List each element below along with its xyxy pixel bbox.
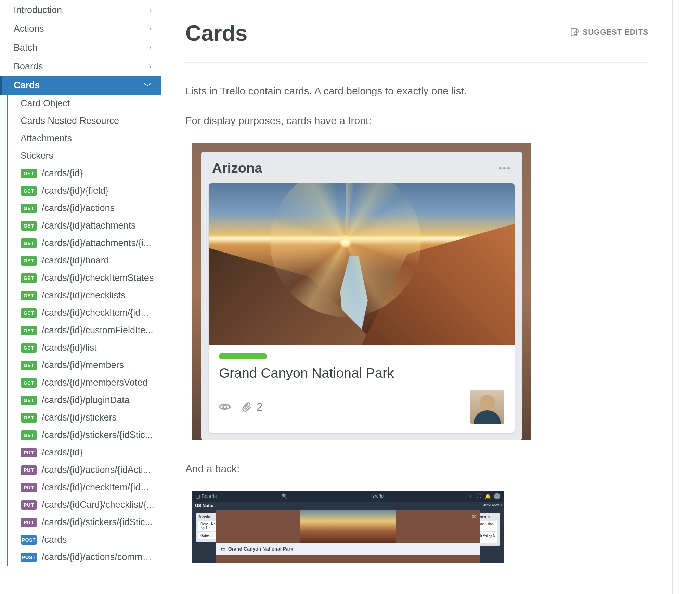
boards-button[interactable]: ▢ Boards <box>196 493 217 499</box>
method-badge-put: PUT <box>21 518 37 527</box>
card-label-green <box>219 353 267 359</box>
api-path: /cards/{id} <box>42 168 83 179</box>
list-title: Arizona <box>212 160 262 176</box>
api-path: /cards/{id}/actions <box>42 203 115 214</box>
api-path: /cards/{id}/customFieldIte... <box>42 325 153 336</box>
card-back-modal: ✕ ▭ Grand Canyon National Park <box>216 510 480 563</box>
sidebar-section-introduction[interactable]: Introduction› <box>0 1 161 20</box>
sidebar-api-item[interactable]: GET/cards/{id}/actions <box>8 199 161 217</box>
method-badge-get: GET <box>21 169 37 178</box>
board-title: US Natio <box>195 503 213 508</box>
sidebar-api-item[interactable]: GET/cards/{id}/attachments/{i... <box>8 234 161 252</box>
page-title: Cards <box>185 21 247 46</box>
main-content: Cards SUGGEST EDITS Lists in Trello cont… <box>161 0 673 594</box>
api-path: /cards/{id} <box>42 447 83 458</box>
chevron-right-icon: › <box>149 43 152 52</box>
card-icon: ▭ <box>221 546 225 552</box>
sidebar-api-item[interactable]: PUT/cards/{id}/stickers/{idStic... <box>8 514 161 531</box>
method-badge-get: GET <box>21 273 37 283</box>
edit-icon <box>570 27 580 37</box>
page-header: Cards SUGGEST EDITS <box>185 21 648 63</box>
sidebar-api-item[interactable]: GET/cards/{id}/checklists <box>8 287 161 304</box>
chevron-right-icon: › <box>149 25 152 34</box>
chevron-down-icon: ﹀ <box>144 80 152 91</box>
close-icon[interactable]: ✕ <box>471 513 477 521</box>
trello-logo: Trello <box>291 493 465 499</box>
sidebar-section-cards[interactable]: Cards﹀ <box>0 76 161 95</box>
api-path: /cards/{id}/stickers/{idStic... <box>42 430 153 440</box>
sidebar-section-label: Introduction <box>14 5 62 15</box>
sidebar-api-item[interactable]: GET/cards/{id} <box>8 165 161 182</box>
method-badge-get: GET <box>21 186 37 196</box>
sidebar-api-item[interactable]: GET/cards/{id}/board <box>8 252 161 269</box>
sidebar-api-item[interactable]: GET/cards/{id}/checkItem/{idC... <box>8 304 161 322</box>
trello-card[interactable]: Grand Canyon National Park <box>209 183 515 433</box>
right-gutter <box>673 0 700 594</box>
sidebar-item[interactable]: Stickers <box>8 147 161 165</box>
method-badge-get: GET <box>21 238 37 248</box>
watch-icon <box>219 402 231 412</box>
topbar-avatar[interactable] <box>494 493 500 499</box>
sidebar-api-item[interactable]: POST/cards <box>8 531 161 548</box>
sidebar-api-item[interactable]: GET/cards/{id}/attachments <box>8 217 161 234</box>
sidebar-api-item[interactable]: PUT/cards/{id} <box>8 444 161 461</box>
sidebar-api-item[interactable]: GET/cards/{id}/{field} <box>8 182 161 199</box>
sidebar-section-label: Actions <box>14 24 44 34</box>
method-badge-get: GET <box>21 221 37 231</box>
api-path: /cards/{id}/stickers <box>42 412 117 423</box>
api-path: /cards/{id}/attachments/{i... <box>42 238 151 248</box>
api-path: /cards/{id}/attachments <box>42 220 136 231</box>
method-badge-get: GET <box>21 291 37 300</box>
api-path: /cards <box>42 534 67 545</box>
method-badge-post: POST <box>21 535 37 545</box>
sidebar-api-item[interactable]: GET/cards/{id}/stickers <box>8 409 161 426</box>
member-avatar[interactable] <box>470 390 504 424</box>
card-title: Grand Canyon National Park <box>219 365 504 381</box>
method-badge-post: POST <box>21 553 37 562</box>
method-badge-get: GET <box>21 256 37 266</box>
api-path: /cards/{idCard}/checklist/{... <box>42 500 154 510</box>
sidebar-api-item[interactable]: GET/cards/{id}/membersVoted <box>8 374 161 391</box>
sidebar-api-item[interactable]: GET/cards/{id}/list <box>8 339 161 357</box>
sidebar-api-item[interactable]: GET/cards/{id}/checkItemStates <box>8 269 161 287</box>
sidebar-section-actions[interactable]: Actions› <box>0 20 161 38</box>
api-path: /cards/{id}/membersVoted <box>42 377 147 388</box>
method-badge-get: GET <box>21 413 37 423</box>
api-path: /cards/{id}/list <box>42 343 97 353</box>
attachment-icon <box>242 402 253 412</box>
api-path: /cards/{id}/checkItem/{idC... <box>42 482 154 493</box>
method-badge-get: GET <box>21 204 37 213</box>
svg-point-1 <box>223 405 226 409</box>
sidebar-section-batch[interactable]: Batch› <box>0 38 161 57</box>
sidebar-section-label: Cards <box>14 80 40 91</box>
sidebar-item[interactable]: Card Object <box>8 95 161 112</box>
info-icon[interactable]: ⓘ <box>477 493 481 499</box>
add-icon[interactable]: ＋ <box>468 493 473 499</box>
api-path: /cards/{id}/board <box>42 255 109 266</box>
suggest-edits-button[interactable]: SUGGEST EDITS <box>570 27 648 37</box>
sidebar-api-item[interactable]: GET/cards/{id}/stickers/{idStic... <box>8 426 161 444</box>
method-badge-put: PUT <box>21 500 37 510</box>
sidebar-sublist: Card ObjectCards Nested ResourceAttachme… <box>7 95 161 566</box>
sidebar-item[interactable]: Attachments <box>8 130 161 147</box>
sidebar-section-label: Boards <box>14 61 43 72</box>
method-badge-get: GET <box>21 343 37 353</box>
sidebar-section-boards[interactable]: Boards› <box>0 57 161 76</box>
sidebar-api-item[interactable]: PUT/cards/{id}/actions/{idActi... <box>8 461 161 479</box>
list-menu-icon[interactable]: ••• <box>499 163 511 173</box>
bell-icon[interactable]: 🔔 <box>485 493 491 499</box>
show-menu-link[interactable]: Show Menu <box>482 503 502 507</box>
sidebar-item[interactable]: Cards Nested Resource <box>8 112 161 130</box>
sidebar-section-label: Batch <box>14 42 37 53</box>
sidebar-api-item[interactable]: GET/cards/{id}/customFieldIte... <box>8 322 161 339</box>
chevron-right-icon: › <box>149 6 152 15</box>
method-badge-put: PUT <box>21 483 37 492</box>
method-badge-get: GET <box>21 378 37 388</box>
sidebar-api-item[interactable]: GET/cards/{id}/members <box>8 357 161 374</box>
modal-cover-image <box>300 510 396 543</box>
sidebar-api-item[interactable]: PUT/cards/{id}/checkItem/{idC... <box>8 479 161 496</box>
sidebar-api-item[interactable]: POST/cards/{id}/actions/comme... <box>8 548 161 566</box>
api-path: /cards/{id}/checkItemStates <box>42 273 154 283</box>
sidebar-api-item[interactable]: PUT/cards/{idCard}/checklist/{... <box>8 496 161 514</box>
sidebar-api-item[interactable]: GET/cards/{id}/pluginData <box>8 391 161 409</box>
